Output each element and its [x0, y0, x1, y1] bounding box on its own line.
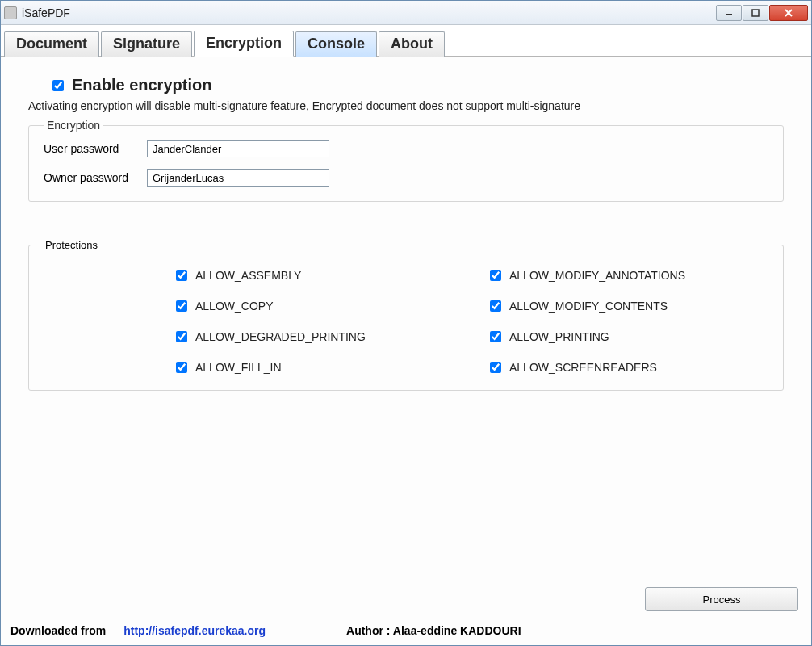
maximize-button[interactable] — [743, 5, 768, 21]
protection-label: ALLOW_MODIFY_CONTENTS — [509, 300, 668, 313]
owner-password-input[interactable] — [147, 169, 329, 187]
minimize-button[interactable] — [716, 5, 742, 21]
footer-bar: Downloaded from http://isafepdf.eurekaa.… — [1, 619, 811, 645]
protection-allow_copy[interactable]: ALLOW_COPY — [173, 298, 454, 314]
svg-rect-1 — [752, 10, 759, 16]
tab-encryption[interactable]: Encryption — [194, 31, 294, 57]
author-label: Author : Alaa-eddine KADDOURI — [346, 624, 521, 637]
protection-checkbox-allow_screenreaders[interactable] — [490, 362, 501, 373]
minimize-icon — [725, 9, 733, 17]
titlebar: iSafePDF — [1, 1, 811, 25]
window-title: iSafePDF — [22, 6, 716, 19]
process-button[interactable]: Process — [645, 587, 798, 611]
user-password-input[interactable] — [147, 140, 329, 157]
enable-encryption-row: Enable encryption — [49, 76, 784, 94]
protection-label: ALLOW_DEGRADED_PRINTING — [195, 330, 366, 343]
owner-password-label: Owner password — [44, 171, 147, 184]
protection-allow_modify_annotations[interactable]: ALLOW_MODIFY_ANNOTATIONS — [487, 267, 768, 283]
protection-allow_degraded_printing[interactable]: ALLOW_DEGRADED_PRINTING — [173, 329, 454, 345]
close-button[interactable] — [769, 5, 808, 21]
app-icon — [4, 6, 17, 19]
protections-legend: Protections — [44, 239, 99, 251]
enable-encryption-checkbox[interactable] — [52, 80, 64, 91]
window-controls — [716, 5, 808, 21]
tabstrip: DocumentSignatureEncryptionConsoleAbout — [1, 25, 811, 57]
encryption-note: Activating encryption will disable multi… — [28, 99, 784, 112]
protection-checkbox-allow_modify_contents[interactable] — [490, 300, 501, 312]
protection-checkbox-allow_modify_annotations[interactable] — [490, 270, 501, 281]
protections-group: Protections ALLOW_ASSEMBLYALLOW_MODIFY_A… — [28, 239, 784, 391]
protection-label: ALLOW_COPY — [195, 300, 273, 313]
tab-document[interactable]: Document — [4, 31, 99, 57]
tab-signature[interactable]: Signature — [101, 31, 192, 57]
protection-allow_printing[interactable]: ALLOW_PRINTING — [487, 329, 768, 345]
protection-label: ALLOW_ASSEMBLY — [195, 269, 301, 282]
maximize-icon — [751, 9, 760, 17]
protection-label: ALLOW_MODIFY_ANNOTATIONS — [509, 269, 685, 282]
tab-about[interactable]: About — [379, 31, 445, 57]
app-window: iSafePDF DocumentSignatureEncryptionCons… — [0, 0, 812, 646]
close-icon — [784, 9, 793, 17]
download-link[interactable]: http://isafepdf.eurekaa.org — [123, 624, 266, 637]
protection-allow_screenreaders[interactable]: ALLOW_SCREENREADERS — [487, 359, 768, 375]
protection-allow_modify_contents[interactable]: ALLOW_MODIFY_CONTENTS — [487, 298, 768, 314]
protection-label: ALLOW_FILL_IN — [195, 361, 282, 374]
protection-label: ALLOW_SCREENREADERS — [509, 361, 657, 374]
user-password-row: User password — [44, 140, 768, 157]
client-area: DocumentSignatureEncryptionConsoleAbout … — [1, 25, 811, 645]
protection-checkbox-allow_copy[interactable] — [176, 300, 187, 312]
owner-password-row: Owner password — [44, 169, 768, 187]
protection-label: ALLOW_PRINTING — [509, 330, 609, 343]
protection-checkbox-allow_printing[interactable] — [490, 331, 501, 342]
enable-encryption-label[interactable]: Enable encryption — [72, 76, 211, 94]
encryption-group: Encryption User password Owner password — [28, 119, 784, 202]
tab-content-encryption: Enable encryption Activating encryption … — [1, 57, 811, 587]
protection-checkbox-allow_fill_in[interactable] — [176, 362, 187, 373]
protection-allow_assembly[interactable]: ALLOW_ASSEMBLY — [173, 267, 454, 283]
tab-console[interactable]: Console — [295, 31, 377, 57]
user-password-label: User password — [44, 142, 147, 155]
protection-checkbox-allow_assembly[interactable] — [176, 270, 187, 281]
protections-grid: ALLOW_ASSEMBLYALLOW_MODIFY_ANNOTATIONSAL… — [173, 267, 768, 375]
downloaded-from-label: Downloaded from — [10, 624, 106, 637]
protection-checkbox-allow_degraded_printing[interactable] — [176, 331, 187, 342]
process-row: Process — [1, 587, 811, 619]
protection-allow_fill_in[interactable]: ALLOW_FILL_IN — [173, 359, 454, 375]
encryption-legend: Encryption — [44, 119, 103, 132]
